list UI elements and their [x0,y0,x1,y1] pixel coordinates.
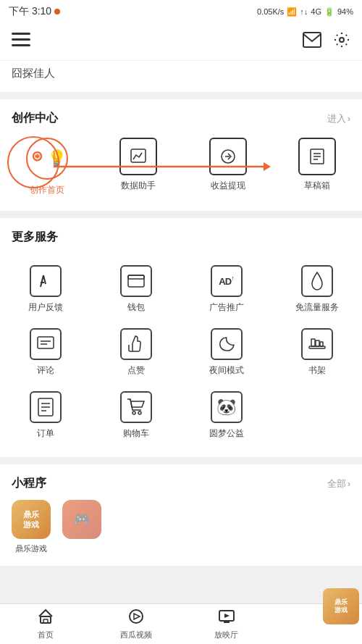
nav-home-label: 首页 [38,630,54,640]
service-cart[interactable]: 购物车 [90,382,181,446]
svg-marker-42 [134,614,140,619]
promo-text: 囧探佳人 [12,67,55,79]
service-ads[interactable]: AD↑ 广告推广 [181,256,272,319]
svg-rect-2 [12,44,30,46]
service-feedback[interactable]: 用户反馈 [0,256,90,319]
svg-rect-24 [128,275,144,287]
charity-icon: 🐼 [211,391,243,423]
creator-grid: 💡 创作首页 数据助手 [0,132,362,211]
creator-draft-item[interactable]: 草稿箱 [298,138,336,196]
creator-draft-label: 草稿箱 [304,180,330,192]
freeflow-label: 免流量服务 [295,301,339,314]
menu-button[interactable] [12,33,30,51]
mini-programs-link[interactable]: 全部 › [327,477,350,490]
shelf-label: 书架 [308,364,326,377]
mini-app-partial[interactable]: 🎮 [62,500,101,554]
nightmode-label: 夜间模式 [209,364,244,377]
svg-line-21 [41,275,43,287]
more-services-section: 更多服务 用户反馈 钱包 AD [0,218,362,457]
cart-icon [120,391,152,423]
feedback-icon [30,265,62,297]
mini-programs-header: 小程序 全部 › [0,464,362,500]
svg-rect-1 [12,38,30,41]
feedback-label: 用户反馈 [28,301,63,314]
creator-center-header: 创作中心 进入 › [0,99,362,132]
comment-icon [30,328,62,360]
service-empty [272,382,362,446]
creator-grid-wrapper: 💡 创作首页 数据助手 [0,132,362,211]
creator-center-link[interactable]: 进入 › [327,112,350,125]
svg-rect-25 [128,275,144,279]
creator-draft-icon [298,138,336,175]
dinle-app-icon: 鼎乐 游戏 [12,500,51,539]
mini-chevron-right-icon: › [348,478,350,489]
service-shelf[interactable]: 书架 [272,319,362,382]
svg-rect-40 [43,619,48,623]
status-time: 下午 3:10 [9,5,60,18]
service-wallet[interactable]: 钱包 [90,256,181,319]
mail-icon[interactable] [303,32,321,52]
mini-programs-title: 小程序 [12,476,46,491]
more-services-title: 更多服务 [12,230,58,245]
dinle-logo: 鼎乐 游戏 [323,588,359,624]
nightmode-icon [211,328,243,360]
bottom-nav: 首页 西瓜视频 放映厅 鼎乐 游戏 [0,603,362,644]
svg-point-37 [132,411,135,414]
creator-home-item[interactable]: 💡 创作首页 [26,138,68,196]
creator-home-icon: 💡 [26,138,68,180]
signal-icon: ↑↓ [300,7,308,16]
dinle-app-label: 鼎乐游戏 [15,543,47,554]
service-like[interactable]: 点赞 [90,319,181,382]
svg-point-38 [138,411,141,414]
creator-earnings-icon [209,138,247,175]
svg-rect-15 [131,149,146,162]
creator-center-title: 创作中心 [12,111,58,126]
top-nav [0,23,362,61]
shelf-icon [301,328,333,360]
nav-home[interactable]: 首页 [0,606,90,643]
services-grid: 用户反馈 钱包 AD↑ 广告推广 免流量服务 [0,251,362,457]
svg-rect-3 [303,33,321,47]
status-bar: 下午 3:10 0.05K/s 📶 ↑↓ 4G 🔋 94% [0,0,362,23]
chevron-right-icon: › [348,113,350,124]
charity-label: 圆梦公益 [209,427,244,440]
battery-level: 94% [337,7,353,16]
service-freeflow[interactable]: 免流量服务 [272,256,362,319]
ads-icon: AD↑ [211,265,243,297]
svg-point-4 [340,38,344,42]
service-comment[interactable]: 评论 [0,319,90,382]
freeflow-icon [301,265,333,297]
cart-label: 购物车 [123,427,149,440]
order-label: 订单 [37,427,54,440]
mini-apps-list: 鼎乐 游戏 鼎乐游戏 🎮 [0,500,362,566]
battery-icon: 🔋 [324,7,334,17]
service-order[interactable]: 订单 [0,382,90,446]
creator-data-icon [119,138,157,175]
mini-programs-section: 小程序 全部 › 鼎乐 游戏 鼎乐游戏 🎮 [0,464,362,566]
wallet-label: 钱包 [127,301,145,314]
network-speed: 0.05K/s [257,7,284,16]
nav-xigua[interactable]: 西瓜视频 [90,606,181,643]
home-icon [38,609,54,628]
nav-xigua-label: 西瓜视频 [120,630,152,640]
like-label: 点赞 [127,364,145,377]
network-type: 4G [311,7,321,16]
creator-home-label: 创作首页 [30,184,64,196]
creator-data-item[interactable]: 数据助手 [119,138,157,196]
nav-dinle-logo[interactable]: 鼎乐 游戏 [272,622,362,627]
more-services-header: 更多服务 [0,218,362,251]
ads-label: 广告推广 [209,301,244,314]
like-icon [120,328,152,360]
service-charity[interactable]: 🐼 圆梦公益 [181,382,272,446]
wifi-icon: 📶 [287,7,297,17]
promo-banner: 囧探佳人 [0,61,362,92]
service-nightmode[interactable]: 夜间模式 [181,319,272,382]
partial-app-icon: 🎮 [62,500,101,539]
svg-rect-0 [12,33,30,35]
order-icon [30,391,62,423]
nav-theater[interactable]: 放映厅 [181,606,272,643]
mini-app-dinle[interactable]: 鼎乐 游戏 鼎乐游戏 [12,500,51,554]
creator-earnings-item[interactable]: 收益提现 [209,138,247,196]
wallet-icon [120,265,152,297]
settings-icon[interactable] [333,31,350,53]
